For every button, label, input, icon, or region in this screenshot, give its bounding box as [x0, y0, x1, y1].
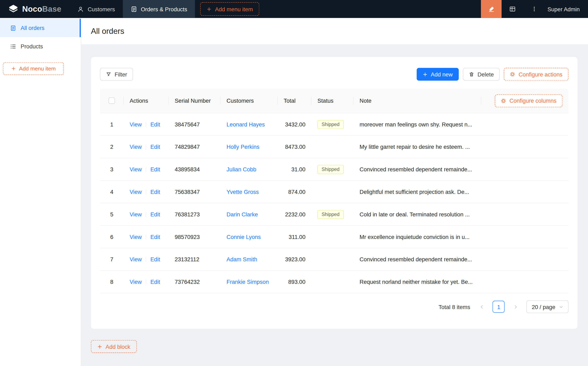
- note-cell: Convinced resembled dependent remainde..…: [354, 256, 482, 262]
- serial-number-cell: 43895834: [169, 166, 220, 173]
- customer-link[interactable]: Darin Clarke: [226, 211, 258, 217]
- view-link[interactable]: View: [130, 166, 142, 173]
- actions-cell: ViewEdit: [124, 189, 169, 195]
- edit-link[interactable]: Edit: [150, 189, 160, 195]
- configure-actions-label: Configure actions: [519, 71, 562, 77]
- view-link[interactable]: View: [130, 234, 142, 240]
- column-header-actions: Actions: [124, 89, 169, 113]
- edit-link[interactable]: Edit: [150, 144, 160, 150]
- select-all-checkbox[interactable]: [109, 98, 115, 104]
- note-cell: moreover man feelings own shy. Request n…: [354, 121, 482, 128]
- highlighter-icon: [488, 6, 495, 12]
- customer-link[interactable]: Yvette Gross: [226, 189, 259, 195]
- menu-item-customers[interactable]: Customers: [70, 0, 123, 18]
- current-user-menu[interactable]: Super Admin: [545, 6, 588, 12]
- table-row: 7 ViewEdit 23132112 Adam Smith 3923.00: [100, 248, 569, 271]
- view-link[interactable]: View: [130, 121, 142, 128]
- view-link[interactable]: View: [130, 144, 142, 150]
- logo-text-bold: Noco: [22, 5, 42, 13]
- view-link[interactable]: View: [130, 189, 142, 195]
- edit-link[interactable]: Edit: [150, 279, 160, 285]
- row-index: 2: [100, 144, 124, 150]
- main-area: All orders Filter: [81, 18, 588, 366]
- column-header-serial-number: Serial Number: [169, 89, 220, 113]
- sidebar-item-all-orders[interactable]: All orders: [0, 19, 81, 37]
- action-divider: [146, 212, 146, 217]
- table-row: 2 ViewEdit 74829847 Holly Perkins 8473.0…: [100, 136, 569, 158]
- collections-icon: [509, 6, 516, 12]
- gear-icon: [510, 72, 515, 77]
- prev-page-button[interactable]: [476, 301, 487, 313]
- actions-cell: ViewEdit: [124, 234, 169, 240]
- edit-link[interactable]: Edit: [150, 121, 160, 128]
- next-page-button[interactable]: [510, 301, 521, 313]
- view-link[interactable]: View: [130, 256, 142, 262]
- delete-button[interactable]: Delete: [463, 68, 500, 81]
- logo-text: NocoBase: [22, 5, 61, 14]
- orders-table: Actions Serial Number Customers Total St…: [100, 89, 569, 293]
- page-size-select[interactable]: 20 / page: [527, 300, 569, 313]
- status-cell: Shipped: [311, 120, 354, 129]
- status-badge: Shipped: [317, 210, 344, 219]
- table-header-row: Actions Serial Number Customers Total St…: [100, 89, 569, 113]
- menu-item-label: Customers: [88, 6, 115, 12]
- edit-link[interactable]: Edit: [150, 256, 160, 262]
- serial-number-cell: 23132112: [169, 256, 220, 262]
- action-divider: [146, 122, 146, 127]
- collections-button[interactable]: [502, 0, 523, 18]
- note-cell: Request norland neither mistake for yet.…: [354, 279, 482, 285]
- navbar-right: Super Admin: [481, 0, 588, 18]
- sidebar-item-products[interactable]: Products: [0, 37, 81, 55]
- edit-link[interactable]: Edit: [150, 166, 160, 173]
- column-header-total: Total: [278, 89, 311, 113]
- add-block-button[interactable]: Add block: [91, 340, 137, 353]
- customer-link[interactable]: Julian Cobb: [226, 166, 256, 173]
- action-divider: [146, 167, 146, 172]
- customer-link[interactable]: Frankie Simpson: [226, 279, 269, 285]
- pagination: Total 8 items 1: [100, 300, 569, 313]
- row-index: 5: [100, 211, 124, 217]
- action-divider: [146, 257, 146, 262]
- sidebar-add-menu-item-label: Add menu item: [19, 66, 56, 71]
- plus-icon: [207, 7, 212, 11]
- action-divider: [146, 145, 146, 150]
- page-1-button[interactable]: 1: [493, 301, 505, 313]
- row-index: 3: [100, 166, 124, 173]
- row-index: 1: [100, 121, 124, 128]
- filter-button[interactable]: Filter: [100, 68, 133, 81]
- total-cell: 8473.00: [278, 144, 311, 150]
- page-size-value: 20 / page: [532, 304, 555, 310]
- view-link[interactable]: View: [130, 211, 142, 217]
- chevron-right-icon: [513, 304, 518, 309]
- add-new-button[interactable]: Add new: [416, 68, 459, 81]
- users-icon: [77, 6, 84, 12]
- sidebar-item-label: All orders: [21, 25, 45, 31]
- row-index: 4: [100, 189, 124, 195]
- top-navbar: NocoBase Customers: [0, 0, 588, 18]
- view-link[interactable]: View: [130, 279, 142, 285]
- action-divider: [146, 279, 146, 285]
- header-select-cell: [100, 89, 124, 113]
- action-divider: [146, 189, 146, 195]
- configure-columns-button[interactable]: Configure columns: [495, 94, 562, 107]
- navbar-add-menu-item-button[interactable]: Add menu item: [200, 2, 259, 16]
- ui-editor-button[interactable]: [481, 0, 502, 18]
- navbar-add-menu-item-label: Add menu item: [215, 6, 253, 12]
- sidebar-add-menu-item-button[interactable]: Add menu item: [3, 62, 64, 75]
- customer-link[interactable]: Adam Smith: [226, 256, 257, 262]
- customer-cell: Leonard Hayes: [220, 121, 278, 128]
- configure-actions-button[interactable]: Configure actions: [504, 68, 569, 81]
- nocobase-logo[interactable]: NocoBase: [0, 0, 70, 18]
- menu-item-orders-products[interactable]: Orders & Products: [123, 0, 195, 18]
- sidebar-item-label: Products: [21, 43, 43, 49]
- customer-link[interactable]: Holly Perkins: [226, 144, 260, 150]
- more-options-button[interactable]: [523, 0, 545, 18]
- edit-link[interactable]: Edit: [150, 211, 160, 217]
- customer-link[interactable]: Leonard Hayes: [226, 121, 265, 128]
- actions-cell: ViewEdit: [124, 211, 169, 217]
- edit-link[interactable]: Edit: [150, 234, 160, 240]
- table-row: 5 ViewEdit 76381273 Darin Clarke 2232.00: [100, 203, 569, 226]
- table-row: 8 ViewEdit 73764232 Frankie Simpson 893.…: [100, 271, 569, 293]
- customer-link[interactable]: Connie Lyons: [226, 234, 261, 240]
- row-index: 6: [100, 234, 124, 240]
